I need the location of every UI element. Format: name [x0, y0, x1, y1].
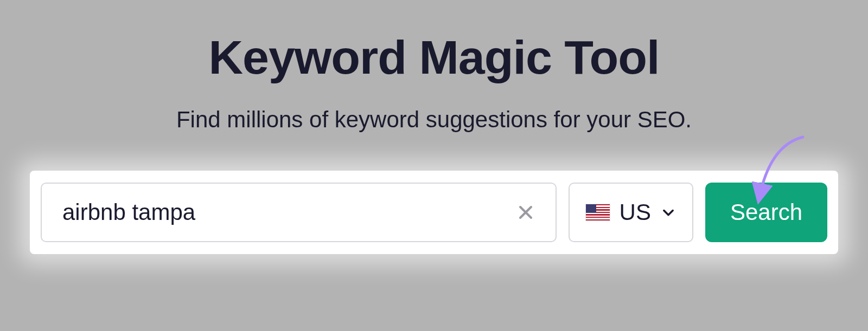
- page-subtitle: Find millions of keyword suggestions for…: [176, 107, 692, 133]
- search-bar: US Search: [30, 171, 838, 254]
- country-select[interactable]: US: [569, 183, 693, 242]
- flag-us-icon: [586, 204, 610, 220]
- close-icon: [518, 204, 534, 220]
- clear-input-button[interactable]: [512, 199, 539, 226]
- keyword-input-wrap: [41, 183, 557, 242]
- page-title: Keyword Magic Tool: [208, 30, 659, 85]
- keyword-input[interactable]: [62, 199, 512, 225]
- country-code-label: US: [620, 199, 651, 225]
- chevron-down-icon: [661, 205, 676, 220]
- search-button[interactable]: Search: [705, 183, 827, 242]
